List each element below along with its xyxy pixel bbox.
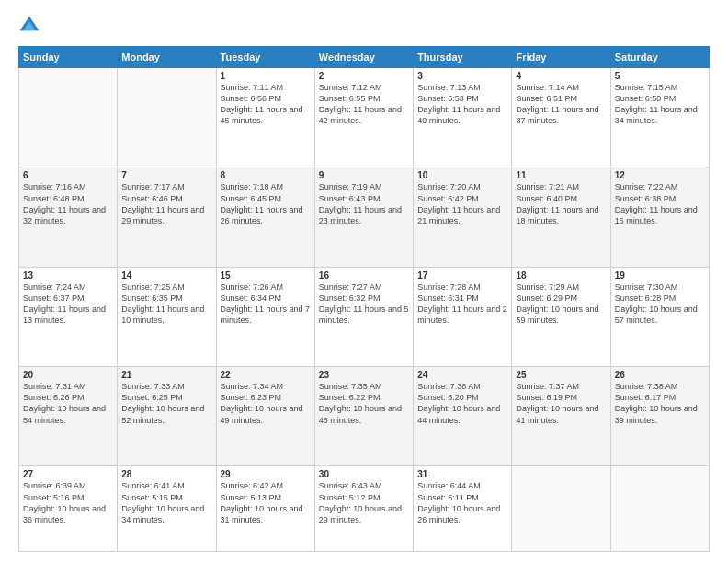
logo-icon — [18, 15, 40, 37]
header — [18, 15, 710, 37]
calendar-cell: 7Sunrise: 7:17 AMSunset: 6:46 PMDaylight… — [118, 167, 216, 267]
calendar-cell: 26Sunrise: 7:38 AMSunset: 6:17 PMDayligh… — [610, 367, 709, 466]
calendar-week-row: 13Sunrise: 7:24 AMSunset: 6:37 PMDayligh… — [19, 267, 710, 366]
day-number: 2 — [319, 71, 409, 81]
day-number: 20 — [23, 370, 113, 380]
calendar-weekday-friday: Friday — [512, 47, 610, 68]
calendar-cell: 14Sunrise: 7:25 AMSunset: 6:35 PMDayligh… — [118, 267, 216, 366]
calendar-cell: 22Sunrise: 7:34 AMSunset: 6:23 PMDayligh… — [216, 367, 314, 466]
calendar-cell: 29Sunrise: 6:42 AMSunset: 5:13 PMDayligh… — [216, 466, 314, 552]
calendar-cell: 31Sunrise: 6:44 AMSunset: 5:11 PMDayligh… — [414, 466, 512, 552]
day-number: 14 — [121, 270, 211, 281]
day-info: Sunrise: 7:22 AMSunset: 6:38 PMDaylight:… — [615, 181, 705, 226]
day-number: 26 — [615, 370, 705, 380]
day-number: 6 — [23, 170, 113, 180]
day-info: Sunrise: 7:30 AMSunset: 6:28 PMDaylight:… — [615, 282, 705, 327]
day-info: Sunrise: 6:42 AMSunset: 5:13 PMDaylight:… — [221, 480, 311, 525]
day-number: 8 — [221, 170, 311, 180]
day-number: 4 — [516, 71, 606, 81]
calendar-cell — [19, 68, 118, 167]
calendar-cell: 6Sunrise: 7:16 AMSunset: 6:48 PMDaylight… — [19, 167, 118, 267]
calendar-cell: 2Sunrise: 7:12 AMSunset: 6:55 PMDaylight… — [314, 68, 413, 167]
calendar-cell — [118, 68, 216, 167]
day-info: Sunrise: 7:24 AMSunset: 6:37 PMDaylight:… — [23, 282, 113, 327]
calendar-cell: 15Sunrise: 7:26 AMSunset: 6:34 PMDayligh… — [216, 267, 314, 366]
day-number: 30 — [319, 469, 409, 479]
calendar-weekday-saturday: Saturday — [610, 47, 709, 68]
day-info: Sunrise: 6:44 AMSunset: 5:11 PMDaylight:… — [417, 480, 507, 525]
day-number: 25 — [516, 370, 606, 380]
calendar-cell: 25Sunrise: 7:37 AMSunset: 6:19 PMDayligh… — [512, 367, 610, 466]
day-number: 24 — [417, 370, 507, 380]
day-info: Sunrise: 7:34 AMSunset: 6:23 PMDaylight:… — [221, 381, 311, 426]
day-info: Sunrise: 7:36 AMSunset: 6:20 PMDaylight:… — [417, 381, 507, 426]
calendar-week-row: 1Sunrise: 7:11 AMSunset: 6:56 PMDaylight… — [19, 68, 710, 167]
day-number: 13 — [23, 270, 113, 281]
calendar-cell: 21Sunrise: 7:33 AMSunset: 6:25 PMDayligh… — [118, 367, 216, 466]
calendar-cell: 20Sunrise: 7:31 AMSunset: 6:26 PMDayligh… — [19, 367, 118, 466]
day-number: 10 — [417, 170, 507, 180]
day-info: Sunrise: 7:19 AMSunset: 6:43 PMDaylight:… — [319, 181, 409, 226]
day-number: 12 — [615, 170, 705, 180]
day-info: Sunrise: 7:31 AMSunset: 6:26 PMDaylight:… — [23, 381, 113, 426]
calendar-header-row: SundayMondayTuesdayWednesdayThursdayFrid… — [19, 47, 710, 68]
calendar-cell: 4Sunrise: 7:14 AMSunset: 6:51 PMDaylight… — [512, 68, 610, 167]
day-info: Sunrise: 7:38 AMSunset: 6:17 PMDaylight:… — [615, 381, 705, 426]
day-number: 7 — [121, 170, 211, 180]
day-info: Sunrise: 7:27 AMSunset: 6:32 PMDaylight:… — [319, 282, 409, 327]
day-info: Sunrise: 7:26 AMSunset: 6:34 PMDaylight:… — [221, 282, 311, 327]
day-number: 15 — [221, 270, 311, 281]
day-info: Sunrise: 7:17 AMSunset: 6:46 PMDaylight:… — [121, 181, 211, 226]
day-number: 5 — [615, 71, 705, 81]
day-number: 3 — [417, 71, 507, 81]
day-info: Sunrise: 7:14 AMSunset: 6:51 PMDaylight:… — [516, 82, 606, 127]
calendar-cell: 10Sunrise: 7:20 AMSunset: 6:42 PMDayligh… — [414, 167, 512, 267]
day-number: 21 — [121, 370, 211, 380]
calendar-cell: 23Sunrise: 7:35 AMSunset: 6:22 PMDayligh… — [314, 367, 413, 466]
calendar-cell: 11Sunrise: 7:21 AMSunset: 6:40 PMDayligh… — [512, 167, 610, 267]
calendar-cell: 8Sunrise: 7:18 AMSunset: 6:45 PMDaylight… — [216, 167, 314, 267]
day-number: 1 — [221, 71, 311, 81]
day-info: Sunrise: 6:41 AMSunset: 5:15 PMDaylight:… — [121, 480, 211, 525]
calendar-cell — [610, 466, 709, 552]
calendar-cell: 19Sunrise: 7:30 AMSunset: 6:28 PMDayligh… — [610, 267, 709, 366]
day-number: 29 — [221, 469, 311, 479]
day-info: Sunrise: 7:16 AMSunset: 6:48 PMDaylight:… — [23, 181, 113, 226]
calendar-cell: 16Sunrise: 7:27 AMSunset: 6:32 PMDayligh… — [314, 267, 413, 366]
calendar-weekday-monday: Monday — [118, 47, 216, 68]
calendar-cell: 12Sunrise: 7:22 AMSunset: 6:38 PMDayligh… — [610, 167, 709, 267]
calendar-cell — [512, 466, 610, 552]
day-number: 19 — [615, 270, 705, 281]
day-info: Sunrise: 7:15 AMSunset: 6:50 PMDaylight:… — [615, 82, 705, 127]
day-number: 17 — [417, 270, 507, 281]
day-info: Sunrise: 7:20 AMSunset: 6:42 PMDaylight:… — [417, 181, 507, 226]
calendar-table: SundayMondayTuesdayWednesdayThursdayFrid… — [18, 46, 710, 552]
calendar-cell: 13Sunrise: 7:24 AMSunset: 6:37 PMDayligh… — [19, 267, 118, 366]
day-number: 18 — [516, 270, 606, 281]
calendar-cell: 27Sunrise: 6:39 AMSunset: 5:16 PMDayligh… — [19, 466, 118, 552]
day-number: 22 — [221, 370, 311, 380]
day-info: Sunrise: 7:37 AMSunset: 6:19 PMDaylight:… — [516, 381, 606, 426]
calendar-weekday-sunday: Sunday — [19, 47, 118, 68]
calendar-weekday-wednesday: Wednesday — [314, 47, 413, 68]
day-info: Sunrise: 7:18 AMSunset: 6:45 PMDaylight:… — [221, 181, 311, 226]
day-info: Sunrise: 7:21 AMSunset: 6:40 PMDaylight:… — [516, 181, 606, 226]
calendar-cell: 28Sunrise: 6:41 AMSunset: 5:15 PMDayligh… — [118, 466, 216, 552]
calendar-cell: 17Sunrise: 7:28 AMSunset: 6:31 PMDayligh… — [414, 267, 512, 366]
day-info: Sunrise: 6:43 AMSunset: 5:12 PMDaylight:… — [319, 480, 409, 525]
calendar-cell: 1Sunrise: 7:11 AMSunset: 6:56 PMDaylight… — [216, 68, 314, 167]
day-info: Sunrise: 7:29 AMSunset: 6:29 PMDaylight:… — [516, 282, 606, 327]
day-number: 27 — [23, 469, 113, 479]
logo — [18, 15, 44, 37]
day-number: 23 — [319, 370, 409, 380]
calendar-cell: 24Sunrise: 7:36 AMSunset: 6:20 PMDayligh… — [414, 367, 512, 466]
day-info: Sunrise: 7:11 AMSunset: 6:56 PMDaylight:… — [221, 82, 311, 127]
day-info: Sunrise: 7:13 AMSunset: 6:53 PMDaylight:… — [417, 82, 507, 127]
calendar-weekday-thursday: Thursday — [414, 47, 512, 68]
calendar-cell: 9Sunrise: 7:19 AMSunset: 6:43 PMDaylight… — [314, 167, 413, 267]
calendar-cell: 5Sunrise: 7:15 AMSunset: 6:50 PMDaylight… — [610, 68, 709, 167]
day-info: Sunrise: 7:35 AMSunset: 6:22 PMDaylight:… — [319, 381, 409, 426]
calendar-cell: 3Sunrise: 7:13 AMSunset: 6:53 PMDaylight… — [414, 68, 512, 167]
day-number: 9 — [319, 170, 409, 180]
calendar-cell: 30Sunrise: 6:43 AMSunset: 5:12 PMDayligh… — [314, 466, 413, 552]
